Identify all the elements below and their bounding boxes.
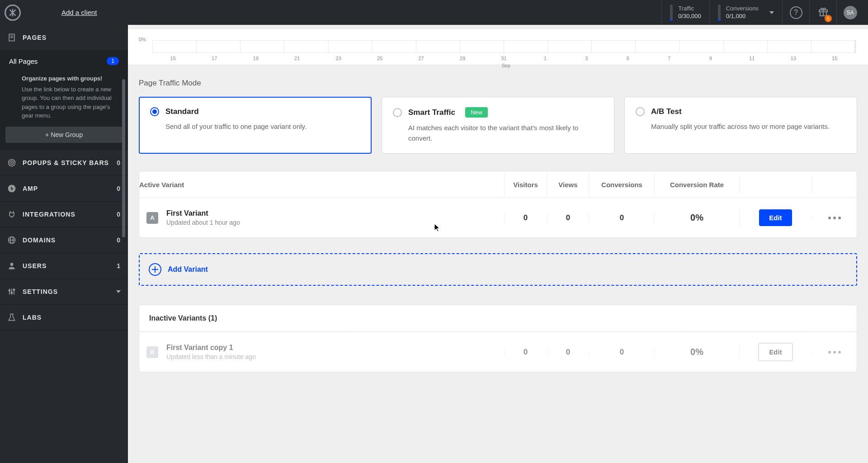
gift-button[interactable]: 5 [809, 0, 836, 25]
chevron-down-icon [769, 11, 774, 14]
all-pages-row[interactable]: All Pages 1 [0, 51, 128, 71]
traffic-mode-options: Standard Send all of your traffic to one… [139, 97, 857, 154]
conversions-meter[interactable]: Conversions 0/1,000 [709, 0, 782, 25]
all-pages-count: 1 [107, 57, 119, 65]
target-icon [7, 158, 16, 167]
inactive-variants-heading: Inactive Variants (1) [139, 305, 857, 332]
table-header: Active Variant Visitors Views Conversion… [139, 171, 857, 198]
chart-ylabel: 0% [139, 37, 146, 42]
topbar: Add a client Traffic 0/30,000 Conversion… [0, 0, 868, 25]
add-variant-button[interactable]: Add Variant [139, 253, 857, 286]
sidebar-users[interactable]: USERS 1 [0, 253, 128, 279]
cell-conversions: 0 [589, 213, 654, 222]
avatar-menu[interactable]: SA [836, 0, 863, 25]
new-group-button[interactable]: + New Group [5, 127, 123, 143]
sidebar: PAGES All Pages 1 Organize pages with gr… [0, 25, 128, 463]
variant-badge: A [146, 212, 158, 224]
variant-badge: B [146, 346, 158, 358]
avatar: SA [844, 6, 857, 19]
user-icon [7, 261, 16, 270]
chevron-down-icon [116, 290, 121, 293]
cell-rate: 0% [654, 347, 739, 357]
svg-point-17 [9, 289, 10, 291]
col-views: Views [547, 173, 589, 197]
cell-visitors: 0 [504, 348, 547, 357]
page-traffic-mode-title: Page Traffic Mode [139, 79, 857, 88]
add-client-link[interactable]: Add a client [61, 9, 97, 16]
help-button[interactable]: ? [782, 0, 809, 25]
radio-smart[interactable] [393, 108, 402, 117]
pages-icon [7, 33, 16, 42]
sidebar-item-label: USERS [23, 262, 47, 269]
col-conversions: Conversions [589, 173, 654, 197]
sidebar-item-count: 0 [117, 211, 121, 218]
chart-xlabels: 15171921232527293113579111315 [152, 56, 855, 61]
svg-point-18 [11, 292, 12, 293]
cell-visitors: 0 [504, 213, 547, 222]
svg-point-13 [10, 263, 14, 266]
conversions-value: 0/1,000 [726, 13, 759, 20]
variant-name: First Variant copy 1 [166, 344, 256, 352]
logo-icon[interactable] [5, 5, 21, 21]
table-row: B First Variant copy 1 Updated less than… [139, 332, 857, 372]
sidebar-pages-label: PAGES [23, 34, 47, 41]
groups-hint: Organize pages with groups! Use the link… [0, 71, 128, 127]
chart-month-label: Sep [502, 63, 511, 68]
more-button[interactable] [811, 351, 857, 354]
more-button[interactable] [811, 217, 857, 219]
bolt-icon [7, 184, 16, 193]
sidebar-item-label: LABS [23, 314, 42, 321]
sidebar-popups[interactable]: POPUPS & STICKY BARS 0 [0, 150, 128, 176]
edit-button[interactable]: Edit [758, 343, 793, 361]
all-pages-label: All Pages [9, 57, 38, 65]
conversions-label: Conversions [726, 5, 759, 13]
sidebar-integrations[interactable]: INTEGRATIONS 0 [0, 202, 128, 227]
traffic-meter: Traffic 0/30,000 [661, 0, 709, 25]
sidebar-amp[interactable]: AMP 0 [0, 176, 128, 202]
chart-area: 0% 15171921232527293113579111315 Sep [128, 29, 868, 65]
inactive-variants-table: B First Variant copy 1 Updated less than… [139, 332, 857, 372]
radio-standard[interactable] [150, 107, 159, 116]
mode-name: Standard [165, 107, 199, 116]
gift-badge: 5 [825, 15, 832, 22]
sidebar-item-label: AMP [23, 185, 38, 192]
sidebar-item-count: 0 [117, 159, 121, 166]
mode-ab-test[interactable]: A/B Test Manually split your traffic acr… [624, 97, 857, 154]
mode-standard[interactable]: Standard Send all of your traffic to one… [139, 97, 372, 154]
svg-point-8 [11, 162, 12, 163]
sidebar-domains[interactable]: DOMAINS 0 [0, 227, 128, 253]
sidebar-item-count: 1 [117, 262, 121, 269]
more-icon [828, 217, 841, 219]
mode-name: Smart Traffic [408, 108, 455, 117]
plus-circle-icon [149, 263, 161, 276]
mode-name: A/B Test [651, 107, 682, 116]
edit-button[interactable]: Edit [759, 209, 792, 226]
variant-updated: Updated about 1 hour ago [166, 219, 240, 226]
help-icon: ? [790, 6, 802, 19]
col-variant: Active Variant [139, 173, 504, 197]
sidebar-labs[interactable]: LABS [0, 305, 128, 331]
chart-grid [152, 40, 855, 53]
new-badge: New [465, 107, 488, 118]
groups-hint-body: Use the link below to create a new group… [22, 85, 119, 120]
svg-point-19 [13, 289, 14, 290]
cell-views: 0 [547, 213, 589, 222]
sidebar-item-count: 0 [117, 236, 121, 244]
flask-icon [7, 313, 16, 322]
sidebar-item-label: INTEGRATIONS [23, 211, 75, 218]
radio-ab[interactable] [636, 107, 645, 116]
plug-icon [7, 210, 16, 219]
sidebar-item-label: POPUPS & STICKY BARS [23, 159, 109, 166]
variant-name: First Variant [166, 209, 240, 217]
table-row: A First Variant Updated about 1 hour ago… [139, 198, 857, 237]
cursor-icon [434, 223, 440, 232]
scrollbar[interactable] [122, 79, 125, 237]
cell-conversions: 0 [589, 348, 654, 357]
mode-smart-traffic[interactable]: Smart Traffic New AI matches each visito… [382, 97, 614, 154]
traffic-label: Traffic [678, 5, 701, 13]
sidebar-pages[interactable]: PAGES [0, 25, 128, 51]
cell-views: 0 [547, 348, 589, 357]
sidebar-settings[interactable]: SETTINGS [0, 279, 128, 305]
sidebar-item-count: 0 [117, 185, 121, 192]
chart: 0% 15171921232527293113579111315 Sep [141, 37, 855, 62]
